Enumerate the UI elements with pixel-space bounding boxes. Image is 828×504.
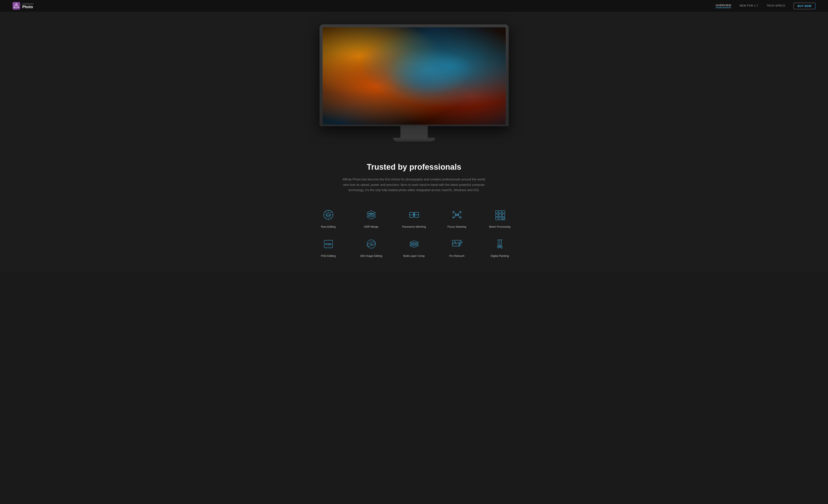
panorama-stitching-label: Panorama Stitching: [402, 225, 426, 228]
buy-now-button[interactable]: BUY NOW: [793, 3, 815, 9]
svg-line-8: [325, 212, 326, 212]
hdr-merge-label: HDR Merge: [364, 225, 378, 228]
feature-raw-editing[interactable]: RAW Raw Editing: [309, 208, 348, 228]
pro-retouch-icon: [450, 237, 464, 251]
trusted-title: Trusted by professionals: [4, 163, 824, 172]
svg-text:360: 360: [370, 243, 373, 245]
svg-rect-32: [502, 211, 505, 213]
svg-rect-30: [496, 211, 498, 213]
logo-text: AFFINITY Photo: [22, 3, 34, 9]
focus-stacking-label: Focus Stacking: [448, 225, 466, 228]
monitor-body: [320, 25, 509, 126]
photo-label: Photo: [22, 5, 34, 9]
hero-section: [0, 12, 828, 150]
feature-digital-painting[interactable]: Digital Painting: [481, 237, 519, 258]
nav-new17[interactable]: NEW FOR 1.7: [740, 4, 758, 8]
feature-multi-layer[interactable]: Multi Layer Comp: [395, 237, 433, 258]
feature-360-editing[interactable]: 360 360 Image Editing: [352, 237, 390, 258]
features-section: RAW Raw Editing HDR HDR Merge: [0, 203, 828, 272]
svg-rect-37: [499, 217, 501, 220]
trusted-section: Trusted by professionals Affinity Photo …: [0, 150, 828, 203]
360-editing-label: 360 Image Editing: [360, 254, 382, 258]
feature-panorama-stitching[interactable]: Panorama Stitching: [395, 208, 433, 228]
focus-stacking-icon: [450, 208, 464, 222]
batch-processing-label: Batch Processing: [489, 225, 510, 228]
svg-rect-31: [499, 211, 501, 213]
svg-text:PSD: PSD: [325, 242, 331, 246]
feature-psd-editing[interactable]: PSD PSD Editing: [309, 237, 348, 258]
svg-rect-34: [499, 214, 501, 217]
svg-rect-33: [496, 214, 498, 217]
psd-editing-icon: PSD: [321, 237, 336, 251]
svg-rect-50: [458, 241, 462, 245]
nav-techspecs[interactable]: TECH SPECS: [767, 4, 785, 8]
svg-line-49: [460, 240, 462, 241]
navigation: AFFINITY Photo OVERVIEW NEW FOR 1.7 TECH…: [0, 0, 828, 12]
nav-overview[interactable]: OVERVIEW: [716, 4, 731, 8]
affinity-logo-icon: [13, 2, 20, 10]
feature-focus-stacking[interactable]: Focus Stacking: [438, 208, 476, 228]
svg-text:RAW: RAW: [326, 214, 330, 216]
svg-rect-36: [496, 217, 498, 220]
digital-painting-icon: [493, 237, 507, 251]
360-editing-icon: 360: [364, 237, 379, 251]
pro-retouch-label: Pro Retouch: [449, 254, 464, 258]
monitor-wrapper: [320, 25, 509, 142]
features-grid: RAW Raw Editing HDR HDR Merge: [309, 208, 519, 258]
raw-editing-label: Raw Editing: [321, 225, 335, 228]
psd-editing-label: PSD Editing: [321, 254, 335, 258]
monitor-stand-base: [393, 138, 435, 142]
trusted-description: Affinity Photo has become the first choi…: [340, 177, 488, 193]
batch-processing-icon: [493, 208, 507, 222]
feature-hdr-merge[interactable]: HDR HDR Merge: [352, 208, 390, 228]
multi-layer-label: Multi Layer Comp: [403, 254, 425, 258]
monitor-stand-neck: [401, 126, 428, 138]
hero-image: [323, 27, 506, 125]
feature-batch-processing[interactable]: Batch Processing: [481, 208, 519, 228]
feature-pro-retouch[interactable]: Pro Retouch: [438, 237, 476, 258]
svg-text:HDR: HDR: [370, 213, 373, 215]
svg-line-11: [325, 217, 326, 218]
raw-editing-icon: RAW: [321, 208, 336, 222]
svg-rect-35: [502, 214, 505, 217]
hdr-merge-icon: HDR: [364, 208, 379, 222]
svg-line-10: [331, 212, 332, 212]
nav-links: OVERVIEW NEW FOR 1.7 TECH SPECS BUY NOW: [716, 3, 815, 9]
multi-layer-icon: [407, 237, 421, 251]
panorama-stitching-icon: [407, 208, 421, 222]
main-content: Trusted by professionals Affinity Photo …: [0, 0, 828, 272]
digital-painting-label: Digital Painting: [491, 254, 509, 258]
svg-line-9: [331, 217, 332, 218]
logo[interactable]: AFFINITY Photo: [13, 2, 34, 10]
monitor-screen: [323, 27, 506, 125]
